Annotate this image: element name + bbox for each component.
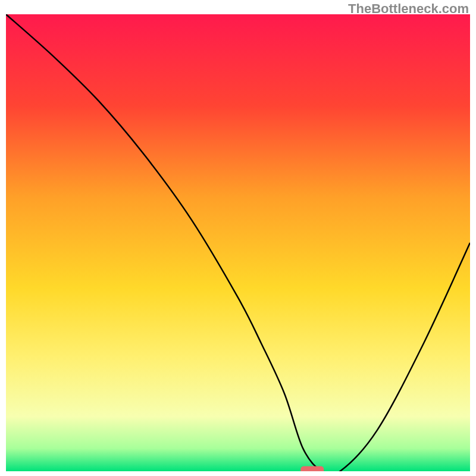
watermark-text: TheBottleneck.com [348,1,469,17]
chart-canvas [6,14,470,471]
chart-background [6,14,470,471]
bottleneck-plot [6,14,470,471]
optimal-marker [300,466,324,471]
